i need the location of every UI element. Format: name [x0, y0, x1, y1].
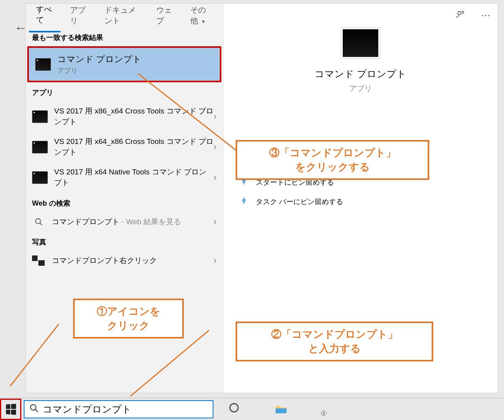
more-icon[interactable]: ⋯ [481, 10, 491, 22]
web-result[interactable]: コマンドプロンプト - Web 結果を見る › [26, 212, 223, 232]
cmd-prompt-icon [35, 58, 51, 71]
preview-title: コマンド プロンプト [315, 68, 406, 80]
chevron-right-icon[interactable]: › [214, 217, 217, 227]
section-apps: アプリ [26, 82, 223, 101]
cortana-icon[interactable] [229, 403, 239, 415]
svg-point-3 [30, 405, 36, 410]
app-result[interactable]: VS 2017 用 x64 Native Tools コマンド プロンプト › [26, 162, 223, 193]
annotation-step-2: ②「コマンドプロンプト」 と入力する [236, 322, 433, 361]
cmd-prompt-icon [32, 110, 48, 123]
section-photos: 写真 [26, 232, 223, 251]
chevron-down-icon: ▾ [202, 18, 205, 25]
tab-more[interactable]: その他 ▾ [183, 0, 220, 32]
tab-web[interactable]: ウェブ [149, 0, 181, 32]
svg-point-2 [458, 11, 461, 15]
best-match-result[interactable]: コマンド プロンプト アプリ [27, 46, 221, 82]
chevron-right-icon[interactable]: › [214, 172, 217, 183]
annotation-step-1: ①アイコンを クリック [73, 299, 184, 339]
app-result[interactable]: VS 2017 用 x64_x86 Cross Tools コマンド プロンプト… [26, 132, 223, 162]
search-input[interactable] [43, 404, 208, 415]
chevron-right-icon[interactable]: › [214, 142, 217, 152]
taskbar-search[interactable] [24, 400, 213, 418]
filter-tabs: すべて アプリ ドキュメント ウェブ その他 ▾ [26, 4, 223, 27]
search-icon [32, 218, 45, 226]
file-explorer-icon[interactable] [275, 404, 287, 414]
chevron-right-icon[interactable]: › [214, 112, 217, 122]
annotation-step-3: ③「コマンドプロンプト」 をクリックする [236, 140, 429, 180]
best-match-title: コマンド プロンプト [57, 53, 142, 65]
start-button[interactable] [0, 399, 21, 420]
cmd-prompt-icon [32, 141, 48, 153]
svg-line-1 [40, 223, 42, 225]
chevron-right-icon[interactable]: › [214, 255, 217, 266]
taskbar: 6 [0, 398, 504, 420]
preview-subtitle: アプリ [349, 83, 372, 94]
mail-badge: 6 [321, 411, 327, 416]
section-best-match: 最も一致する検索結果 [26, 27, 223, 46]
section-web: Web の検索 [26, 193, 223, 212]
feedback-icon[interactable] [456, 10, 465, 22]
panel-top-icons: ⋯ [456, 10, 491, 22]
taskbar-icons: 6 [229, 403, 396, 415]
tab-documents[interactable]: ドキュメント [97, 0, 147, 32]
preview-app-icon [341, 27, 380, 59]
best-match-subtitle: アプリ [57, 66, 142, 75]
photo-result[interactable]: コマンドプロンプト右クリック › [26, 251, 223, 271]
photo-thumbnail-icon [32, 255, 45, 266]
pin-icon [239, 197, 249, 206]
search-icon [29, 403, 39, 415]
svg-line-4 [35, 409, 38, 412]
windows-logo-icon [6, 404, 16, 415]
cmd-prompt-icon [32, 171, 48, 184]
action-pin-taskbar[interactable]: タスク バーにピン留めする [239, 192, 482, 211]
tab-apps[interactable]: アプリ [63, 0, 94, 32]
svg-point-0 [36, 219, 41, 224]
